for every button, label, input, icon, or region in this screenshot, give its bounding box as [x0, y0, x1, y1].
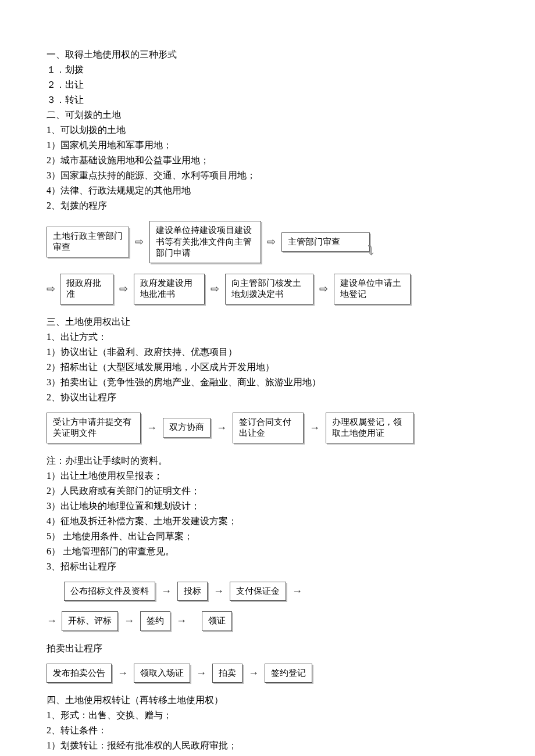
flow-box: 土地行政主管部门审查 [47, 227, 129, 257]
note-item: 3）出让地块的地理位置和规划设计； [47, 499, 488, 513]
sec2-heading: 二、可划拨的土地 [47, 108, 488, 122]
flow-box: 拍卖 [212, 664, 242, 683]
flow-box: 支付保证金 [230, 582, 286, 601]
flow-box: 投标 [177, 582, 208, 601]
curve-arrow-icon: ⤵ [368, 241, 374, 260]
arrow-right-icon: → [290, 583, 305, 599]
arrow-right-icon: → [159, 583, 174, 599]
sec4-line: 1、形式：出售、交换、赠与； [47, 708, 488, 722]
sec3-method: 2）招标出让（大型区域发展用地，小区成片开发用地） [47, 360, 488, 374]
note-heading: 注：办理出让手续时的资料。 [47, 454, 488, 468]
flow-box: 向主管部门核发土地划拨决定书 [225, 274, 313, 304]
flow-row: ⇨ 报政府批准 ⇨ 政府发建设用地批准书 ⇨ 向主管部门核发土地划拨决定书 ⇨ … [47, 274, 488, 304]
arrow-right-icon: → [115, 665, 130, 681]
sec1-heading: 一、取得土地使用权的三种形式 [47, 48, 488, 62]
flow-row: 土地行政主管部门审查 ⇨ 建设单位持建设项目建设书等有关批准文件向主管部门申请 … [47, 221, 488, 263]
agreement-flow: 受让方申请并提交有关证明文件 → 双方协商 → 签订合同支付出让金 → 办理权属… [47, 413, 488, 443]
sec1-item: ２．出让 [47, 78, 488, 92]
arrow-right-icon: → [144, 420, 159, 436]
arrow-right-icon: → [47, 613, 57, 629]
arrow-right-icon: ⇨ [117, 281, 130, 297]
sec2-item: 1）国家机关用地和军事用地； [47, 138, 488, 152]
sec2-item: 4）法律、行政法规规定的其他用地 [47, 184, 488, 198]
sec3-method: 1）协议出让（非盈利、政府扶持、优惠项目） [47, 345, 488, 359]
flow-box: 受让方申请并提交有关证明文件 [47, 413, 141, 443]
note-item: 1）出让土地使用权呈报表； [47, 469, 488, 483]
arrow-right-icon: ⇨ [208, 281, 222, 297]
flow-box: 领证 [202, 611, 232, 631]
sec1-item: １．划拨 [47, 63, 488, 77]
flow-box: 签订合同支付出让金 [233, 413, 304, 443]
sec2-item: 3）国家重点扶持的能源、交通、水利等项目用地； [47, 169, 488, 182]
flow-box: 主管部门审查 [281, 232, 370, 252]
flow-box: 发布拍卖公告 [47, 664, 112, 683]
sec4-heading: 四、土地使用权转让（再转移土地使用权） [47, 693, 488, 707]
flow-box: 政府发建设用地批准书 [134, 274, 205, 304]
arrow-right-icon: → [122, 613, 137, 629]
flow-box: 开标、评标 [62, 611, 118, 631]
arrow-right-icon: ⇨ [133, 234, 146, 250]
note-item: 2）人民政府或有关部门的证明文件； [47, 484, 488, 498]
flow-row: → 开标、评标 → 签约 → 领证 [47, 611, 488, 631]
flow-box: 双方协商 [163, 418, 211, 438]
flow-row: 受让方申请并提交有关证明文件 → 双方协商 → 签订合同支付出让金 → 办理权属… [47, 413, 488, 443]
auction-heading: 拍卖出让程序 [47, 642, 488, 655]
flow-box: 办理权属登记，领取土地使用证 [326, 413, 414, 443]
flow-box: 签约登记 [265, 664, 312, 683]
sec3-sub1: 1、出让方式： [47, 330, 488, 344]
sec1-item: ３．转让 [47, 93, 488, 107]
arrow-right-icon: → [307, 420, 322, 436]
arrow-right-icon: ⇨ [317, 281, 330, 297]
arrow-right-icon: ⇨ [47, 281, 55, 297]
sec3-sub2: 2、协议出让程序 [47, 390, 488, 404]
sec3-heading: 三、土地使用权出让 [47, 315, 488, 329]
flow-row: 公布招标文件及资料 → 投标 → 支付保证金 → [64, 582, 488, 601]
flow-box: 领取入场证 [134, 664, 190, 683]
arrow-right-icon: → [246, 665, 261, 681]
arrow-right-icon: → [211, 583, 226, 599]
auction-flow: 发布拍卖公告 → 领取入场证 → 拍卖 → 签约登记 [47, 664, 488, 683]
sec3-sub3: 3、招标出让程序 [47, 560, 488, 574]
note-item: 4）征地及拆迁补偿方案、土地开发建设方案； [47, 514, 488, 528]
flow-box: 签约 [140, 611, 170, 631]
note-item: 5） 土地使用条件、出让合同草案； [47, 529, 488, 543]
sec3-method: 3）拍卖出让（竞争性强的房地产业、金融业、商业、旅游业用地） [47, 375, 488, 389]
sec4-line: 2、转让条件： [47, 723, 488, 737]
allocation-flow: 土地行政主管部门审查 ⇨ 建设单位持建设项目建设书等有关批准文件向主管部门申请 … [47, 221, 488, 304]
flow-box: 报政府批准 [60, 274, 113, 304]
flow-box: 公布招标文件及资料 [64, 582, 155, 601]
sec2-sub2: 2、划拨的程序 [47, 199, 488, 213]
note-item: 6） 土地管理部门的审查意见。 [47, 544, 488, 558]
arrow-right-icon: → [214, 420, 229, 436]
arrow-right-icon: ⇨ [265, 234, 278, 250]
sec4-line: 1）划拨转让：报经有批准权的人民政府审批； [47, 739, 488, 753]
arrow-right-icon: → [174, 613, 189, 629]
flow-box: 建设单位申请土地登记 [334, 274, 411, 304]
sec2-item: 2）城市基础设施用地和公益事业用地； [47, 153, 488, 167]
flow-box: 建设单位持建设项目建设书等有关批准文件向主管部门申请 [149, 221, 261, 263]
flow-row: 发布拍卖公告 → 领取入场证 → 拍卖 → 签约登记 [47, 664, 488, 683]
arrow-right-icon: → [194, 665, 209, 681]
sec2-sub1: 1、可以划拨的土地 [47, 123, 488, 137]
bid-flow: 公布招标文件及资料 → 投标 → 支付保证金 → → 开标、评标 → 签约 → … [47, 582, 488, 631]
